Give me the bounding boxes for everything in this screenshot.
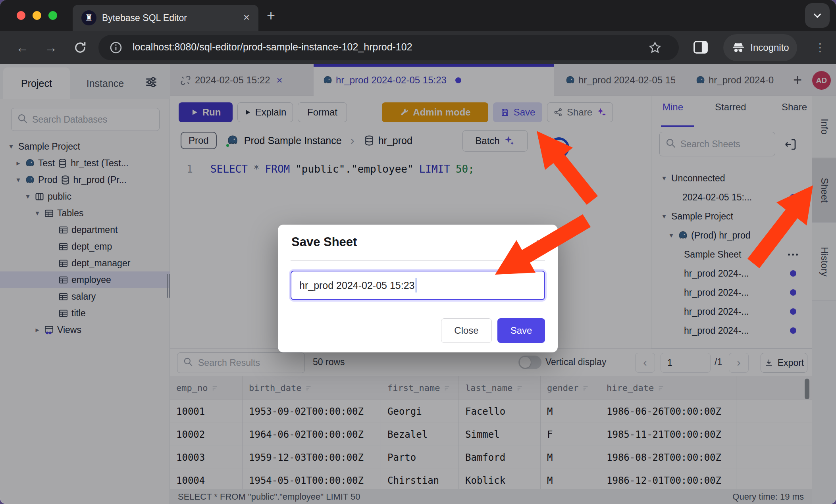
- window-minimize-button[interactable]: [33, 11, 41, 20]
- text-caret: [416, 278, 416, 292]
- side-panel-icon: [692, 38, 710, 56]
- forward-button[interactable]: →: [44, 40, 57, 55]
- dialog-save-button[interactable]: Save: [497, 318, 545, 343]
- new-tab-button[interactable]: +: [267, 9, 275, 23]
- site-info-icon[interactable]: [109, 40, 123, 56]
- tab-search-button[interactable]: [805, 3, 830, 28]
- reload-button[interactable]: [73, 40, 87, 56]
- browser-tab-title: Bytebase SQL Editor: [102, 13, 187, 23]
- dialog-title: Save Sheet: [291, 235, 357, 249]
- window-zoom-button[interactable]: [48, 11, 57, 20]
- dialog-close-icon[interactable]: ×: [536, 236, 543, 250]
- incognito-label: Incognito: [750, 42, 789, 53]
- browser-tab[interactable]: ♜ Bytebase SQL Editor ×: [73, 5, 258, 31]
- browser-tab-close-icon[interactable]: ×: [243, 11, 250, 24]
- sheet-name-value: hr_prod 2024-02-05 15:23: [299, 280, 415, 291]
- window-close-button[interactable]: [17, 11, 25, 20]
- url-text: localhost:8080/sql-editor/prod-sample-in…: [133, 41, 412, 53]
- save-sheet-dialog: Save Sheet × hr_prod 2024-02-05 15:23 Cl…: [278, 225, 558, 352]
- reload-icon: [73, 40, 87, 55]
- sheet-name-input[interactable]: hr_prod 2024-02-05 15:23: [291, 271, 545, 300]
- bytebase-favicon: ♜: [81, 10, 96, 25]
- browser-navbar: ← → localhost:8080/sql-editor/prod-sampl…: [0, 31, 836, 64]
- side-panel-button[interactable]: [692, 38, 710, 58]
- dialog-close-button[interactable]: Close: [441, 318, 492, 343]
- back-button[interactable]: ←: [16, 40, 29, 55]
- incognito-icon: [731, 40, 745, 55]
- dialog-divider: [291, 260, 545, 261]
- incognito-badge[interactable]: Incognito: [723, 34, 797, 61]
- bookmark-star-icon[interactable]: [648, 40, 662, 56]
- browser-menu-icon[interactable]: ⋮: [815, 40, 826, 55]
- chevron-down-icon: [811, 10, 823, 21]
- browser-window: ♜ Bytebase SQL Editor × + ← → localhost:…: [0, 0, 836, 504]
- url-bar[interactable]: localhost:8080/sql-editor/prod-sample-in…: [98, 35, 679, 60]
- browser-tabstrip: ♜ Bytebase SQL Editor × +: [0, 0, 836, 31]
